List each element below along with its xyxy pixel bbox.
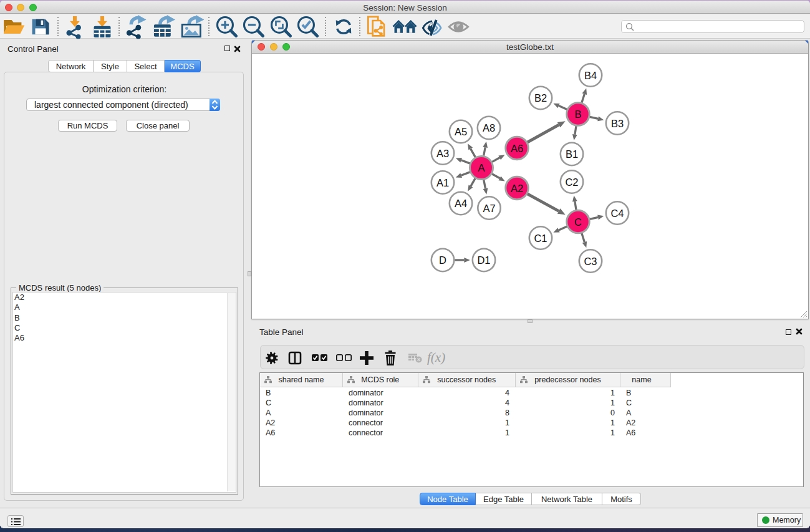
svg-text:C1: C1 [534, 233, 547, 244]
svg-text:A3: A3 [436, 148, 449, 159]
svg-text:D1: D1 [477, 254, 490, 266]
svg-text:C2: C2 [565, 177, 578, 188]
svg-text:C: C [574, 216, 582, 228]
svg-text:B1: B1 [566, 148, 578, 160]
svg-text:A8: A8 [483, 122, 495, 133]
svg-text:B3: B3 [611, 118, 624, 129]
svg-text:A1: A1 [436, 177, 449, 188]
svg-text:B2: B2 [534, 92, 547, 104]
svg-text:A4: A4 [455, 198, 467, 209]
svg-text:C4: C4 [610, 208, 624, 219]
svg-text:B4: B4 [584, 70, 597, 81]
svg-text:A5: A5 [455, 126, 467, 137]
svg-text:A6: A6 [511, 143, 523, 154]
svg-text:A: A [478, 162, 485, 174]
svg-text:A2: A2 [511, 183, 523, 194]
svg-text:B: B [574, 109, 581, 120]
svg-text:A7: A7 [483, 203, 495, 214]
svg-text:D: D [439, 254, 446, 266]
svg-text:C3: C3 [584, 256, 597, 267]
